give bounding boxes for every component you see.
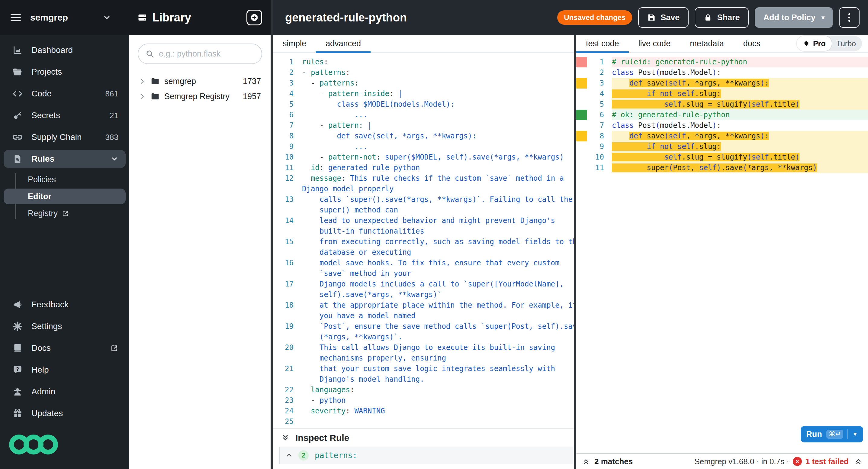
hamburger-menu-icon[interactable]	[10, 11, 22, 24]
run-button[interactable]: Run ⌘↵ ▼	[801, 426, 863, 442]
test-code-line[interactable]: 5 self.slug = slugify(self.title)	[576, 99, 868, 110]
folder-name: semgrep	[164, 77, 196, 86]
editor-code-line[interactable]: 13 calls `super().save(*args, **kwargs)`…	[273, 194, 574, 205]
tab-docs[interactable]: docs	[734, 35, 770, 52]
line-number: 6	[588, 110, 604, 120]
editor-code-line[interactable]: 12 message: This rule checks if the cust…	[273, 173, 574, 184]
sidebar-item-supply-chain[interactable]: Supply Chain 383	[4, 128, 126, 146]
chevron-down-icon	[111, 155, 118, 163]
sidebar-item-rules[interactable]: Rules	[4, 150, 126, 168]
double-chevron-up-icon[interactable]	[582, 458, 590, 465]
run-dropdown-caret-icon[interactable]: ▼	[852, 431, 858, 438]
new-rule-button[interactable]	[246, 10, 262, 25]
rule-editor-lines[interactable]: 1rules:2- patterns:3 - patterns:4 - patt…	[273, 53, 574, 428]
library-folder-row[interactable]: semgrep1737	[138, 74, 262, 89]
inspect-rule-header[interactable]: Inspect Rule	[273, 429, 574, 447]
editor-code-line[interactable]: 6 ...	[273, 110, 574, 120]
sidebar-item-projects[interactable]: Projects	[4, 63, 126, 81]
engine-toggle[interactable]: Pro Turbo	[797, 36, 862, 51]
sidebar-item-admin[interactable]: Admin	[4, 383, 126, 401]
editor-code-line[interactable]: database or executing	[273, 247, 574, 258]
editor-code-line[interactable]: 25	[273, 416, 574, 427]
editor-code-line[interactable]: 22 languages:	[273, 385, 574, 395]
test-code-line[interactable]: 1# ruleid: generated-rule-python	[576, 57, 868, 67]
editor-code-line[interactable]: Django's model handling.	[273, 374, 574, 385]
test-code-lines[interactable]: 1# ruleid: generated-rule-python2class P…	[576, 53, 868, 453]
editor-code-line[interactable]: 16 model save hooks. To fix this, ensure…	[273, 258, 574, 268]
editor-code-line[interactable]: 17 Django models includes a call to `sup…	[273, 279, 574, 290]
editor-code-line[interactable]: 9 ...	[273, 141, 574, 152]
sidebar-item-secrets[interactable]: Secrets 21	[4, 106, 126, 124]
editor-code-line[interactable]: `save` method in your	[273, 268, 574, 279]
tab-advanced[interactable]: advanced	[316, 35, 371, 52]
editor-code-line[interactable]: 24 severity: WARNING	[273, 406, 574, 416]
sidebar-item-help[interactable]: ? Help	[4, 361, 126, 379]
test-code-line[interactable]: 6# ok: generated-rule-python	[576, 110, 868, 120]
tab-metadata[interactable]: metadata	[680, 35, 734, 52]
editor-code-line[interactable]: you have a model named	[273, 311, 574, 321]
test-code-line[interactable]: 3 def save(self, *args, **kwargs):	[576, 78, 868, 89]
more-actions-button[interactable]	[839, 7, 860, 28]
editor-code-line[interactable]: built-in functionalities	[273, 226, 574, 237]
add-to-policy-button[interactable]: Add to Policy ▾	[755, 7, 833, 28]
editor-code-line[interactable]: 1rules:	[273, 57, 574, 67]
sidebar-item-code[interactable]: Code 861	[4, 85, 126, 103]
editor-code-line[interactable]: 15 from executing correctly, such as sav…	[273, 237, 574, 247]
save-button[interactable]: Save	[638, 7, 689, 28]
sidebar-item-dashboard[interactable]: Dashboard	[4, 41, 126, 59]
tab-test-code[interactable]: test code	[576, 35, 629, 52]
editor-code-line[interactable]: mechanisms properly, ensuring	[273, 353, 574, 363]
editor-code-line[interactable]: super() method can	[273, 205, 574, 215]
library-search[interactable]	[138, 43, 262, 64]
panel-splitter[interactable]	[271, 0, 273, 469]
sidebar-item-policies[interactable]: Policies	[4, 172, 126, 187]
engine-turbo-option[interactable]: Turbo	[832, 39, 862, 48]
editor-code-line[interactable]: 7 - pattern: |	[273, 120, 574, 131]
inspect-rule-node-row[interactable]: 2 patterns:	[279, 447, 574, 464]
sidebar-item-feedback[interactable]: Feedback	[4, 296, 126, 314]
sidebar-item-updates[interactable]: Updates	[4, 404, 126, 422]
test-code-line[interactable]: 11 super(Post, self).save(*args, **kwarg…	[576, 163, 868, 173]
share-button[interactable]: Share	[695, 7, 749, 28]
editor-code-line[interactable]: 5 class $MODEL(models.Model):	[273, 99, 574, 110]
double-chevron-down-icon[interactable]	[281, 434, 289, 442]
sidebar-item-editor[interactable]: Editor	[4, 188, 126, 204]
library-folder-row[interactable]: Semgrep Registry1957	[138, 89, 262, 104]
sidebar-item-registry[interactable]: Registry	[4, 205, 126, 221]
caret-up-icon[interactable]	[286, 452, 292, 459]
editor-code-line[interactable]: 21 that your custom save logic integrate…	[273, 363, 574, 374]
editor-code-line[interactable]: 11 id: generated-rule-python	[273, 163, 574, 173]
chevron-right-icon[interactable]	[139, 78, 146, 85]
tab-simple[interactable]: simple	[273, 35, 316, 52]
editor-code-line[interactable]: 2- patterns:	[273, 67, 574, 78]
sidebar-item-settings[interactable]: Settings	[4, 317, 126, 335]
editor-code-line[interactable]: self).save(*args, **kwargs)`	[273, 290, 574, 300]
editor-splitter[interactable]	[574, 35, 576, 469]
editor-code-line[interactable]: 19 `Post`, ensure the save method calls …	[273, 321, 574, 332]
test-code-line[interactable]: 10 self.slug = slugify(self.title)	[576, 152, 868, 163]
org-switcher[interactable]: semgrep	[0, 0, 129, 35]
editor-code-line[interactable]: 20 This call allows Django to execute it…	[273, 342, 574, 353]
sidebar-item-docs[interactable]: Docs	[4, 339, 126, 357]
test-failed-label: 1 test failed	[805, 457, 849, 466]
editor-code-line[interactable]: (*args, **kwargs)`.	[273, 332, 574, 342]
test-code-line[interactable]: 2class Post(models.Model):	[576, 67, 868, 78]
test-code-line[interactable]: 7class Post(models.Model):	[576, 120, 868, 131]
editor-code-line[interactable]: 23 - python	[273, 395, 574, 406]
chevron-right-icon[interactable]	[139, 93, 146, 100]
editor-code-line[interactable]: 8 def save(self, *args, **kwargs):	[273, 131, 574, 141]
editor-code-line[interactable]: 14 lead to unexpected behavior and might…	[273, 215, 574, 226]
test-code-line[interactable]: 9 if not self.slug:	[576, 141, 868, 152]
editor-code-line[interactable]: 3 - patterns:	[273, 78, 574, 89]
editor-code-line[interactable]: Django model properly	[273, 184, 574, 194]
editor-code-line[interactable]: 18 at the appropriate place within the m…	[273, 300, 574, 311]
test-code-line[interactable]: 4 if not self.slug:	[576, 89, 868, 99]
engine-pro-option[interactable]: Pro	[797, 36, 832, 51]
double-chevron-up-icon[interactable]	[855, 458, 862, 465]
editor-code-line[interactable]: 10 - pattern-not: super($MODEL, self).sa…	[273, 152, 574, 163]
line-number: 13	[273, 194, 293, 205]
editor-code-line[interactable]: 4 - pattern-inside: |	[273, 89, 574, 99]
library-search-input[interactable]	[159, 49, 254, 59]
tab-live-code[interactable]: live code	[629, 35, 680, 52]
test-code-line[interactable]: 8 def save(self, *args, **kwargs):	[576, 131, 868, 141]
